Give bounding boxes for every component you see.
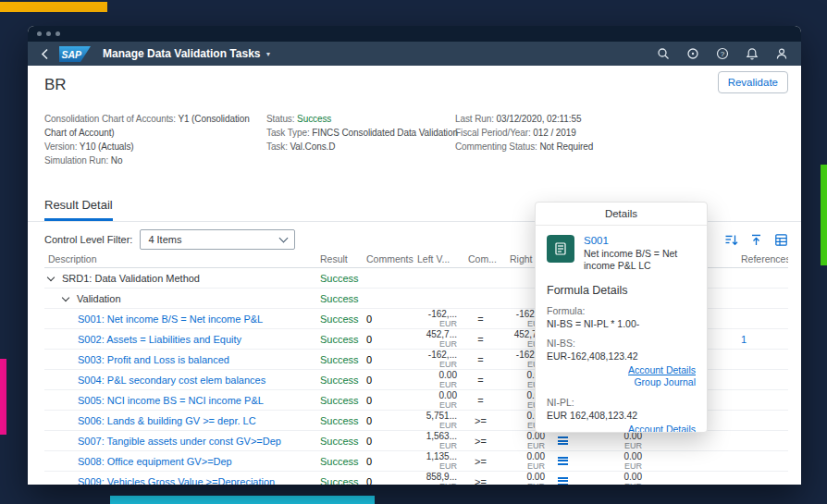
traffic-light-dot[interactable]: [46, 31, 51, 36]
group-row-label: SRD1: Data Validation Method: [62, 273, 200, 284]
table-row: S009: Vehicles Gross Value >=Depreciatio…: [44, 472, 788, 485]
cell-left-value: 0.00EUR: [414, 390, 464, 410]
expand-chevron-icon[interactable]: [47, 273, 55, 280]
fact: Status: Success: [266, 112, 448, 126]
cell-references: [737, 472, 788, 485]
cell-references: [737, 289, 788, 308]
desktop-background: { "colors": { "accent": "#0a6ed1", "succ…: [0, 0, 827, 504]
cell-result: Success: [316, 350, 363, 369]
help-icon[interactable]: ?: [715, 47, 729, 61]
validation-rule-link[interactable]: S003: Profit and Loss is balanced: [78, 354, 229, 365]
reference-link[interactable]: 1: [737, 334, 747, 345]
fact-value: Y10 (Actuals): [80, 141, 134, 152]
validation-rule-link[interactable]: S007: Tangible assets under const GV>=De…: [78, 436, 281, 447]
fact-label: Fiscal Period/Year:: [455, 128, 533, 138]
drilldown-icon[interactable]: [558, 477, 568, 485]
notifications-bell-icon[interactable]: [745, 47, 759, 61]
validation-rule-link[interactable]: S004: P&L secondary cost elem balances: [78, 375, 265, 386]
facts-column: Last Run: 03/12/2020, 02:11:55Fiscal Per…: [455, 112, 593, 167]
validation-rule-link[interactable]: S005: NCI income BS = NCI income P&L: [78, 395, 264, 406]
cell-result: Success: [316, 472, 363, 485]
cell-description: S005: NCI income BS = NCI income P&L: [44, 390, 316, 410]
table-row: S008: Office equipment GV>=DepSuccess01,…: [44, 451, 788, 472]
filter-selected-value: 4 Items: [148, 234, 181, 245]
revalidate-button[interactable]: Revalidate: [718, 71, 788, 93]
account-details-link[interactable]: Account Details: [547, 424, 696, 432]
validation-rule-link[interactable]: S008: Office equipment GV>=Dep: [78, 456, 232, 467]
cell-left-value: 1,135...EUR: [414, 451, 464, 471]
cell-result: Success: [316, 431, 363, 450]
cell-left-value: 1,563...EUR: [414, 431, 464, 450]
cell-comparison: =: [464, 390, 506, 410]
control-level-filter-select[interactable]: 4 Items: [140, 229, 295, 250]
cell-comments: 0: [363, 370, 414, 389]
sap-shellbar: SAP Manage Data Validation Tasks ▼ ?: [28, 42, 801, 66]
cell-comments: 0: [363, 472, 414, 485]
validation-rule-link[interactable]: S009: Vehicles Gross Value >=Depreciatio…: [78, 476, 275, 486]
validation-rule-link[interactable]: S006: Lands & building GV >= depr. LC: [78, 415, 256, 426]
group-journal-link[interactable]: Group Journal: [547, 376, 696, 388]
column-header-comments[interactable]: Comments: [363, 253, 414, 264]
fact-label: Status:: [266, 114, 297, 124]
decor-bar-gold: [0, 2, 107, 12]
drilldown-icon[interactable]: [558, 436, 568, 445]
export-spreadsheet-icon[interactable]: [774, 233, 788, 247]
cell-comparison: =: [464, 370, 506, 389]
right-operand-value: EUR 162,408,123.42: [547, 410, 696, 421]
title-dropdown-caret-icon: ▼: [265, 51, 272, 57]
cell-result: Success: [316, 370, 363, 389]
cell-left-value: -162,...EUR: [414, 350, 464, 369]
column-header-left[interactable]: Left V...: [414, 253, 464, 264]
fact-value: FINCS Consolidated Data Validation: [312, 128, 458, 138]
window-titlebar: [28, 26, 801, 42]
fact-value: 03/12/2020, 02:11:55: [497, 114, 582, 124]
popover-title: Details: [536, 203, 707, 226]
drilldown-icon[interactable]: [558, 457, 568, 465]
sort-descending-icon[interactable]: [724, 233, 738, 247]
cell-drilldown: [552, 451, 589, 471]
cell-difference: 0.00EUR: [589, 451, 649, 471]
traffic-light-dot[interactable]: [37, 31, 42, 36]
details-popover: Details S001 Net income B/S = Net income…: [535, 202, 708, 433]
cell-right-value: 0.00EUR: [506, 451, 552, 471]
formula-label: Formula:: [547, 305, 696, 316]
fact-label: Commenting Status:: [455, 141, 539, 152]
collapse-all-icon[interactable]: [749, 233, 763, 247]
copilot-icon[interactable]: [685, 47, 699, 61]
account-details-link[interactable]: Account Details: [547, 364, 696, 376]
tab-result-detail[interactable]: Result Detail: [44, 198, 113, 221]
cell-references: [737, 309, 788, 328]
fact: Simulation Run: No: [44, 154, 255, 167]
cell-comparison: >=: [464, 411, 506, 430]
traffic-light-dot[interactable]: [56, 31, 60, 36]
profile-icon[interactable]: [774, 47, 788, 61]
cell-right-value: 0.00EUR: [506, 472, 552, 485]
cell-comparison: =: [464, 329, 506, 349]
cell-result: Success: [316, 411, 363, 430]
cell-comments: 0: [363, 390, 414, 410]
back-button[interactable]: [41, 48, 49, 60]
validation-rule-link[interactable]: S002: Assets = Liabilities and Equity: [78, 334, 241, 345]
facts-column: Consolidation Chart of Accounts: Y1 (Con…: [44, 112, 255, 167]
column-header-comparison[interactable]: Com...: [464, 253, 506, 264]
fact: Consolidation Chart of Accounts: Y1 (Con…: [44, 112, 255, 140]
fact: Task: Val.Cons.D: [266, 140, 448, 154]
cell-spacer: [649, 431, 737, 450]
cell-left-value: 452,7...EUR: [414, 329, 464, 349]
sap-logo[interactable]: SAP: [59, 46, 91, 62]
validation-rule-link[interactable]: S001: Net income B/S = Net income P&L: [78, 313, 263, 325]
cell-comments: 0: [363, 451, 414, 471]
page-title: BR: [44, 76, 67, 94]
cell-description: S003: Profit and Loss is balanced: [44, 350, 316, 369]
search-icon[interactable]: [656, 47, 670, 61]
column-header-references[interactable]: References: [737, 253, 788, 264]
cell-description: S006: Lands & building GV >= depr. LC: [44, 411, 316, 430]
column-header-result[interactable]: Result: [316, 253, 363, 264]
app-title-menu[interactable]: Manage Data Validation Tasks ▼: [103, 47, 271, 60]
page-content: BR Revalidate Consolidation Chart of Acc…: [28, 66, 801, 485]
fact: Last Run: 03/12/2020, 02:11:55: [455, 112, 593, 126]
expand-chevron-icon[interactable]: [62, 293, 69, 301]
cell-comparison: =: [464, 350, 506, 369]
rule-id-link[interactable]: S001: [584, 235, 696, 246]
column-header-description[interactable]: Description: [44, 253, 316, 264]
